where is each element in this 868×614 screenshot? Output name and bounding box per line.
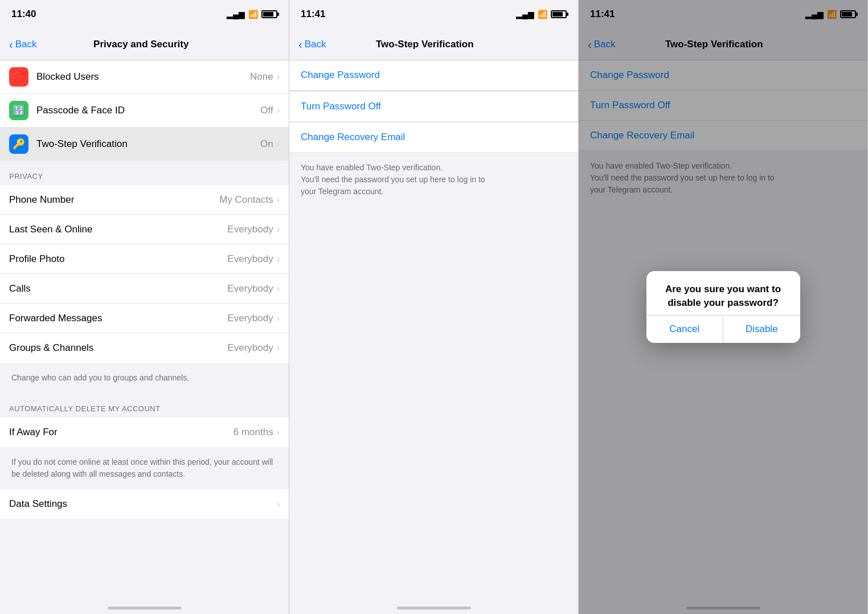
signal-icon-2: ▂▄▆ (516, 10, 534, 19)
wifi-icon-2: 📶 (538, 10, 547, 19)
status-bar-2: 11:41 ▂▄▆ 📶 (289, 0, 578, 28)
change-password-label-1: Change Password (301, 69, 380, 81)
blocked-users-row[interactable]: 🚫 Blocked Users None › (0, 60, 289, 94)
passcode-icon: 🔢 (9, 101, 28, 120)
wifi-icon-1: 📶 (248, 10, 258, 19)
nav-bar-1: ‹ Back Privacy and Security (0, 28, 289, 60)
calls-row[interactable]: Calls Everybody › (0, 274, 289, 304)
two-step-label: Two-Step Verification (36, 138, 260, 150)
back-button-2[interactable]: ‹ Back (298, 39, 326, 50)
home-bar-1 (108, 607, 182, 609)
groups-channels-row[interactable]: Groups & Channels Everybody › (0, 333, 289, 363)
panel-two-step-2: 11:41 ▂▄▆ 📶 ‹ Back Two-Step Verification… (579, 0, 868, 614)
last-seen-row[interactable]: Last Seen & Online Everybody › (0, 215, 289, 244)
change-recovery-email-label-1: Change Recovery Email (301, 132, 405, 143)
forwarded-messages-label: Forwarded Messages (9, 313, 227, 324)
passcode-chevron: › (277, 105, 280, 116)
data-settings-chevron: › (277, 499, 280, 509)
two-step-info-1: You have enabled Two-Step verification.Y… (289, 153, 578, 207)
two-step-icon: 🔑 (9, 134, 28, 154)
turn-password-off-label-1: Turn Password Off (301, 101, 381, 112)
status-time-2: 11:41 (301, 9, 325, 20)
passcode-row[interactable]: 🔢 Passcode & Face ID Off › (0, 94, 289, 128)
passcode-value: Off (260, 105, 273, 116)
panel-privacy-security: 11:40 ▂▄▆ 📶 ‹ Back Privacy and Security … (0, 0, 289, 614)
blocked-users-chevron: › (277, 72, 280, 82)
phone-number-value: My Contacts (219, 194, 273, 206)
back-label-1: Back (15, 39, 37, 50)
settings-content-1: 🚫 Blocked Users None › 🔢 Passcode & Face… (0, 60, 289, 596)
two-step-value: On (260, 138, 273, 150)
profile-photo-label: Profile Photo (9, 253, 227, 265)
nav-title-1: Privacy and Security (36, 39, 245, 50)
blocked-users-icon: 🚫 (9, 67, 28, 87)
profile-photo-chevron: › (277, 254, 280, 264)
passcode-label: Passcode & Face ID (36, 105, 260, 116)
data-settings-row[interactable]: Data Settings › (0, 489, 289, 519)
two-step-content-1: Change Password Turn Password Off Change… (289, 60, 578, 596)
blocked-users-label: Blocked Users (36, 71, 250, 83)
change-recovery-email-item-1[interactable]: Change Recovery Email (289, 122, 578, 153)
forwarded-messages-row[interactable]: Forwarded Messages Everybody › (0, 304, 289, 333)
cancel-button[interactable]: Cancel (646, 316, 723, 343)
status-icons-1: ▂▄▆ 📶 (227, 10, 277, 19)
security-group: 🚫 Blocked Users None › 🔢 Passcode & Face… (0, 60, 289, 161)
phone-number-row[interactable]: Phone Number My Contacts › (0, 185, 289, 215)
home-bar-2 (397, 607, 471, 609)
privacy-group: Phone Number My Contacts › Last Seen & O… (0, 185, 289, 363)
calls-value: Everybody (227, 283, 273, 294)
nav-bar-2: ‹ Back Two-Step Verification (289, 28, 578, 60)
last-seen-value: Everybody (227, 224, 273, 235)
back-label-2: Back (305, 39, 326, 50)
status-icons-2: ▂▄▆ 📶 (516, 10, 567, 19)
nav-title-2: Two-Step Verification (326, 39, 523, 50)
home-indicator-2 (289, 596, 578, 614)
two-step-menu-1: Change Password Turn Password Off Change… (289, 60, 578, 153)
forwarded-messages-chevron: › (277, 313, 280, 324)
data-group: Data Settings › (0, 489, 289, 519)
groups-channels-value: Everybody (227, 342, 273, 354)
disable-button[interactable]: Disable (723, 316, 800, 343)
two-step-row[interactable]: 🔑 Two-Step Verification On › (0, 128, 289, 161)
delete-group: If Away For 6 months › (0, 417, 289, 447)
alert-overlay: Are you sure you want to disable your pa… (579, 0, 867, 614)
status-time-1: 11:40 (11, 9, 36, 20)
profile-photo-row[interactable]: Profile Photo Everybody › (0, 244, 289, 274)
groups-channels-label: Groups & Channels (9, 342, 227, 354)
alert-title: Are you sure you want to disable your pa… (646, 271, 800, 316)
battery-icon-1 (261, 10, 277, 18)
if-away-value: 6 months (234, 427, 273, 438)
calls-chevron: › (277, 284, 280, 294)
profile-photo-value: Everybody (227, 253, 273, 265)
change-password-item-1[interactable]: Change Password (289, 60, 578, 91)
battery-icon-2 (551, 10, 567, 18)
phone-number-chevron: › (277, 195, 280, 205)
calls-label: Calls (9, 283, 227, 294)
back-chevron-1: ‹ (9, 39, 13, 50)
if-away-row[interactable]: If Away For 6 months › (0, 417, 289, 447)
if-away-chevron: › (277, 427, 280, 437)
panel-two-step-1: 11:41 ▂▄▆ 📶 ‹ Back Two-Step Verification… (289, 0, 579, 614)
two-step-chevron: › (277, 139, 280, 149)
privacy-section-label: PRIVACY (0, 161, 289, 185)
delete-footer: If you do not come online at least once … (0, 447, 289, 489)
data-settings-label: Data Settings (9, 498, 277, 510)
delete-section-label: AUTOMATICALLY DELETE MY ACCOUNT (0, 393, 289, 417)
if-away-label: If Away For (9, 427, 234, 438)
back-chevron-2: ‹ (298, 39, 302, 50)
alert-dialog: Are you sure you want to disable your pa… (646, 271, 800, 343)
phone-number-label: Phone Number (9, 194, 219, 206)
status-bar-1: 11:40 ▂▄▆ 📶 (0, 0, 289, 28)
last-seen-label: Last Seen & Online (9, 224, 227, 235)
forwarded-messages-value: Everybody (227, 313, 273, 324)
last-seen-chevron: › (277, 224, 280, 235)
turn-password-off-item-1[interactable]: Turn Password Off (289, 91, 578, 122)
blocked-users-value: None (250, 71, 273, 83)
home-indicator-1 (0, 596, 289, 614)
alert-actions: Cancel Disable (646, 315, 800, 343)
back-button-1[interactable]: ‹ Back (9, 39, 36, 50)
groups-channels-chevron: › (277, 343, 280, 353)
privacy-footer: Change who can add you to groups and cha… (0, 363, 289, 393)
signal-icon-1: ▂▄▆ (227, 10, 245, 19)
